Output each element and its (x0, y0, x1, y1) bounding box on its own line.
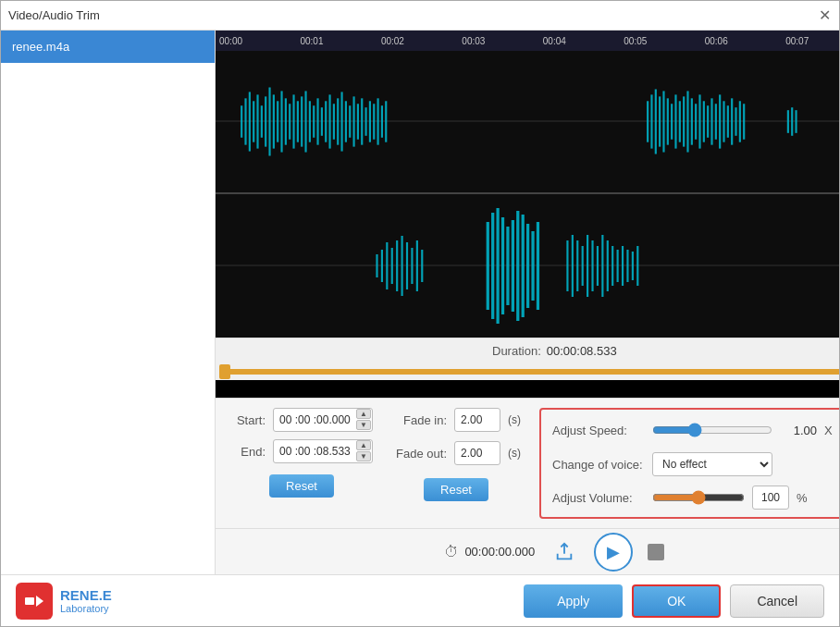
export-button[interactable] (550, 537, 579, 567)
svg-rect-101 (591, 240, 593, 291)
svg-rect-5 (253, 101, 254, 141)
svg-rect-103 (601, 235, 603, 297)
svg-rect-53 (703, 101, 705, 141)
playback-bar: ⏱ 00:00:00.000 ▶ (216, 528, 839, 574)
svg-rect-22 (321, 107, 323, 136)
timeline-marker-4: 00:04 (543, 36, 566, 46)
timeline-marker-6: 00:06 (705, 36, 728, 46)
end-spin-down[interactable]: ▼ (356, 451, 371, 461)
svg-rect-64 (787, 110, 789, 133)
duration-label: Duration: (492, 344, 541, 358)
clock-icon: ⏱ (444, 544, 459, 560)
play-circle-button[interactable]: ▶ (594, 533, 633, 572)
end-input-wrap: ▲ ▼ (273, 439, 373, 463)
svg-rect-11 (277, 101, 278, 141)
cancel-button[interactable]: Cancel (730, 584, 824, 618)
svg-rect-108 (626, 250, 628, 282)
stop-button[interactable] (648, 544, 664, 560)
end-spin-up[interactable]: ▲ (356, 440, 371, 450)
timeline-marker-2: 00:02 (381, 36, 404, 46)
fade-in-row: Fade in: (s) (391, 408, 521, 432)
playback-time-display: ⏱ 00:00:00.000 (444, 544, 535, 560)
fade-reset-button[interactable]: Reset (424, 478, 488, 501)
logo-text: RENE.E Laboratory (60, 587, 112, 614)
volume-slider[interactable] (652, 490, 745, 505)
svg-rect-29 (349, 105, 351, 138)
sidebar-item-file[interactable]: renee.m4a (1, 31, 215, 63)
svg-rect-24 (328, 94, 330, 148)
svg-rect-2 (241, 105, 242, 138)
start-spin-buttons: ▲ ▼ (356, 409, 371, 430)
svg-rect-13 (285, 98, 287, 144)
logo-area: RENE.E Laboratory (16, 583, 112, 620)
svg-rect-78 (391, 248, 393, 284)
svg-rect-75 (376, 254, 377, 277)
svg-rect-10 (273, 94, 275, 148)
svg-rect-43 (662, 91, 664, 152)
svg-rect-42 (659, 96, 661, 146)
svg-rect-89 (506, 227, 509, 305)
svg-rect-14 (289, 104, 290, 139)
start-spin-up[interactable]: ▲ (356, 409, 371, 419)
start-end-reset-button[interactable]: Reset (269, 474, 334, 498)
controls-section: Start: ▲ ▼ End: (216, 398, 839, 528)
ok-button[interactable]: OK (632, 584, 721, 618)
svg-rect-54 (707, 105, 709, 138)
end-spin-buttons: ▲ ▼ (356, 440, 371, 461)
svg-rect-76 (381, 250, 383, 282)
svg-rect-36 (377, 98, 378, 144)
svg-rect-61 (735, 107, 736, 136)
svg-rect-79 (396, 240, 398, 291)
svg-rect-62 (739, 101, 741, 141)
svg-rect-4 (249, 92, 251, 151)
svg-rect-92 (522, 215, 525, 317)
fade-in-input[interactable] (454, 408, 500, 432)
start-spin-down[interactable]: ▼ (356, 420, 371, 430)
svg-rect-37 (381, 105, 383, 138)
volume-value[interactable] (752, 486, 789, 510)
svg-rect-47 (679, 101, 681, 141)
speed-slider[interactable] (652, 423, 772, 437)
svg-rect-35 (373, 104, 375, 139)
svg-rect-77 (386, 242, 388, 289)
voice-select[interactable]: No effect Male Female Child (652, 452, 772, 476)
svg-rect-102 (597, 246, 599, 286)
svg-rect-28 (345, 101, 347, 141)
svg-rect-94 (531, 231, 534, 301)
svg-rect-106 (617, 250, 619, 282)
start-end-group: Start: ▲ ▼ End: (230, 408, 373, 498)
export-icon (554, 542, 574, 562)
trim-track[interactable] (219, 369, 839, 375)
svg-rect-41 (655, 89, 657, 154)
svg-rect-34 (369, 101, 371, 141)
apply-button[interactable]: Apply (524, 584, 623, 618)
svg-rect-96 (566, 240, 568, 291)
svg-rect-110 (636, 246, 638, 286)
svg-rect-63 (743, 104, 745, 139)
waveform-svg-top (216, 51, 839, 192)
volume-label: Adjust Volume: (552, 491, 645, 505)
fade-out-input[interactable] (454, 441, 500, 465)
footer-buttons: Apply OK Cancel (524, 584, 824, 618)
svg-rect-95 (537, 222, 539, 310)
fade-in-unit: (s) (508, 413, 521, 426)
trim-handle-left[interactable] (219, 364, 230, 379)
svg-rect-109 (632, 252, 634, 280)
logo-svg (23, 590, 45, 612)
svg-rect-97 (572, 235, 574, 297)
speed-row: Adjust Speed: 1.00 X ▶ (552, 417, 839, 443)
svg-rect-80 (401, 236, 403, 296)
svg-rect-107 (622, 246, 624, 286)
close-button[interactable]: ✕ (817, 8, 832, 23)
timeline-markers: 00:00 00:01 00:02 00:03 00:04 00:05 00:0… (219, 36, 839, 46)
svg-rect-60 (731, 98, 733, 144)
svg-marker-112 (36, 596, 43, 607)
svg-rect-23 (325, 101, 327, 141)
svg-rect-25 (333, 104, 335, 139)
svg-rect-55 (710, 98, 712, 144)
content-area: 00:00 00:01 00:02 00:03 00:04 00:05 00:0… (216, 31, 839, 574)
svg-rect-111 (25, 597, 34, 605)
speed-unit: X (824, 424, 833, 437)
svg-rect-50 (691, 98, 693, 144)
timeline-marker-1: 00:01 (300, 36, 323, 46)
